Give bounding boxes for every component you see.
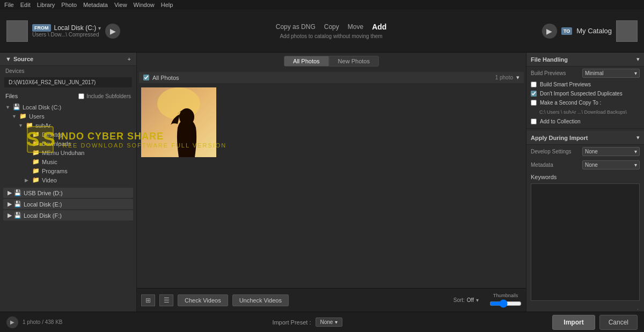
add-to-collection-row: Add to Collection bbox=[526, 117, 644, 126]
folder-header: All Photos 1 photo ▾ bbox=[139, 72, 524, 83]
file-handling-header: File Handling ▾ bbox=[526, 53, 644, 67]
nav-right-arrow[interactable]: ▶ bbox=[542, 24, 557, 39]
include-subfolders-checkbox[interactable] bbox=[78, 93, 84, 99]
add-button[interactable]: Add bbox=[372, 23, 386, 31]
topbar: FROM Local Disk (C:) ▾ Users \ Dow...\ C… bbox=[0, 10, 644, 53]
from-badge: FROM bbox=[32, 24, 51, 32]
import-button[interactable]: Import bbox=[552, 315, 595, 330]
metadata-dropdown[interactable]: None ▾ bbox=[582, 160, 640, 169]
grid-view-button[interactable]: ⊞ bbox=[141, 294, 155, 306]
photo-tabs: All Photos New Photos bbox=[137, 53, 526, 70]
menu-view[interactable]: View bbox=[114, 2, 127, 8]
dont-import-dupes-checkbox[interactable] bbox=[531, 91, 537, 97]
source-title: Source bbox=[13, 56, 33, 62]
import-actions: Copy as DNG Copy Move Add Add photos to … bbox=[276, 23, 387, 39]
cancel-button[interactable]: Cancel bbox=[599, 315, 638, 330]
drive-selector[interactable]: Local Disk (C:) ▾ bbox=[54, 24, 101, 32]
menu-edit[interactable]: Edit bbox=[20, 2, 31, 8]
second-copy-checkbox[interactable] bbox=[531, 100, 537, 106]
tab-new-photos[interactable]: New Photos bbox=[329, 56, 379, 67]
import-preset-label: Import Preset : bbox=[272, 319, 311, 326]
check-videos-button[interactable]: Check Videos bbox=[178, 294, 228, 306]
menu-file[interactable]: File bbox=[4, 2, 14, 8]
local-disk-f-item[interactable]: ▶ 💾 Local Disk (F:) bbox=[3, 210, 133, 220]
copy-as-dng-button[interactable]: Copy as DNG bbox=[276, 23, 316, 31]
import-preset-dropdown[interactable]: None ▾ bbox=[316, 318, 343, 327]
usb-drive-item[interactable]: ▶ 💾 USB Drive (D:) bbox=[3, 188, 133, 198]
develop-settings-label: Develop Settings bbox=[531, 149, 579, 154]
build-previews-dropdown[interactable]: Minimal ▾ bbox=[582, 69, 640, 78]
tree-suhar[interactable]: ▼ 📁 suhAr bbox=[13, 121, 136, 130]
tree-desktop[interactable]: ▶ 📁 Desktop bbox=[19, 130, 136, 139]
develop-dropdown-arrow-icon: ▾ bbox=[634, 149, 637, 154]
build-smart-previews-checkbox[interactable] bbox=[531, 82, 537, 87]
menu-window[interactable]: Window bbox=[134, 2, 155, 8]
preset-dropdown-arrow-icon: ▾ bbox=[335, 319, 338, 325]
metadata-row: Metadata None ▾ bbox=[526, 158, 644, 172]
tree-local-disk-c[interactable]: ▼ 💾 Local Disk (C:) bbox=[0, 102, 136, 112]
metadata-label: Metadata bbox=[531, 162, 579, 168]
menu-photo[interactable]: Photo bbox=[61, 2, 77, 8]
build-previews-label: Build Previews bbox=[531, 70, 579, 76]
tree-programs[interactable]: ▶ 📁 Programs bbox=[19, 166, 136, 175]
include-subfolders-label: Include Subfolders bbox=[86, 93, 131, 99]
apply-during-import-expand-icon[interactable]: ▾ bbox=[636, 134, 640, 141]
thumbnail-size-slider[interactable] bbox=[489, 299, 522, 308]
file-handling-expand-icon[interactable]: ▾ bbox=[636, 56, 640, 63]
apply-during-import-header: Apply During Import ▾ bbox=[526, 131, 644, 145]
photo-thumbnail[interactable] bbox=[141, 87, 216, 157]
import-preset-section: Import Preset : None ▾ bbox=[67, 318, 548, 327]
copy-button[interactable]: Copy bbox=[324, 23, 339, 31]
source-panel-header: ▼ Source + bbox=[0, 53, 136, 66]
keywords-input-area[interactable] bbox=[531, 183, 640, 301]
develop-settings-row: Develop Settings None ▾ bbox=[526, 145, 644, 158]
thumbnails-label: Thumbnails bbox=[493, 293, 518, 298]
dont-import-dupes-row: Don't Import Suspected Duplicates bbox=[526, 89, 644, 98]
menu-library[interactable]: Library bbox=[37, 2, 55, 8]
tree-downloads[interactable]: ▶ 📁 Downloads bbox=[19, 139, 136, 148]
tab-all-photos[interactable]: All Photos bbox=[284, 56, 329, 67]
keywords-label: Keywords bbox=[531, 174, 557, 180]
second-copy-row: Make a Second Copy To : bbox=[526, 98, 644, 107]
catalog-thumbnail bbox=[616, 20, 638, 42]
play-button[interactable]: ▶ bbox=[6, 316, 18, 328]
tree-music[interactable]: ▶ 📁 Music bbox=[19, 157, 136, 166]
tree-memu-unduhan[interactable]: ▶ 📁 MEmu Unduhan bbox=[19, 148, 136, 157]
second-copy-label: Make a Second Copy To : bbox=[540, 100, 601, 106]
drive-name: Local Disk (C:) bbox=[54, 24, 97, 32]
local-disk-e-item[interactable]: ▶ 💾 Local Disk (E:) bbox=[3, 199, 133, 209]
device-path: D:\(W10X64_RS2_ENU_JUN_2017) bbox=[4, 77, 132, 87]
preset-value: None bbox=[320, 319, 333, 325]
sort-value[interactable]: Off bbox=[467, 297, 474, 303]
center-bottom-bar: ⊞ ☰ Check Videos Uncheck Videos Sort: Of… bbox=[137, 288, 526, 312]
action-subtitle: Add photos to catalog without moving the… bbox=[280, 33, 382, 39]
photo-cell bbox=[141, 87, 216, 163]
photo-count-status: 1 photo / 438 KB bbox=[23, 319, 63, 325]
develop-settings-dropdown[interactable]: None ▾ bbox=[582, 147, 640, 156]
tree-video[interactable]: ▶ 📁 Video bbox=[19, 175, 136, 185]
uncheck-videos-button[interactable]: Uncheck Videos bbox=[232, 294, 289, 306]
devices-label: Devices bbox=[0, 66, 136, 75]
main-area: ▼ Source + Devices D:\(W10X64_RS2_ENU_JU… bbox=[0, 53, 644, 312]
add-source-button[interactable]: + bbox=[128, 56, 131, 62]
catalog-name: My Catalog bbox=[576, 27, 612, 35]
statusbar: ▶ 1 photo / 438 KB Import Preset : None … bbox=[0, 312, 644, 332]
source-toggle-arrow[interactable]: ▼ bbox=[5, 56, 11, 62]
add-to-collection-label: Add to Collection bbox=[540, 119, 581, 124]
tree-users[interactable]: ▼ 📁 Users bbox=[6, 112, 136, 121]
folder-name: All Photos bbox=[152, 75, 179, 81]
move-button[interactable]: Move bbox=[348, 23, 363, 31]
menu-metadata[interactable]: Metadata bbox=[83, 2, 108, 8]
drive-path: Users \ Dow...\ Compressed bbox=[32, 32, 101, 38]
source-panel: ▼ Source + Devices D:\(W10X64_RS2_ENU_JU… bbox=[0, 53, 137, 312]
folder-expand-icon[interactable]: ▾ bbox=[516, 74, 519, 81]
add-to-collection-checkbox[interactable] bbox=[531, 119, 537, 124]
nav-left-arrow[interactable]: ▶ bbox=[105, 24, 120, 39]
all-photos-checkbox[interactable] bbox=[143, 75, 149, 80]
second-copy-path: C:\ Users \ suhAr ...\ Download Backups\ bbox=[539, 109, 627, 115]
metadata-value: None bbox=[585, 162, 598, 168]
menu-help[interactable]: Help bbox=[161, 2, 173, 8]
keywords-dot: . bbox=[637, 305, 639, 311]
drive-dropdown-arrow: ▾ bbox=[98, 25, 101, 31]
list-view-button[interactable]: ☰ bbox=[159, 294, 173, 306]
